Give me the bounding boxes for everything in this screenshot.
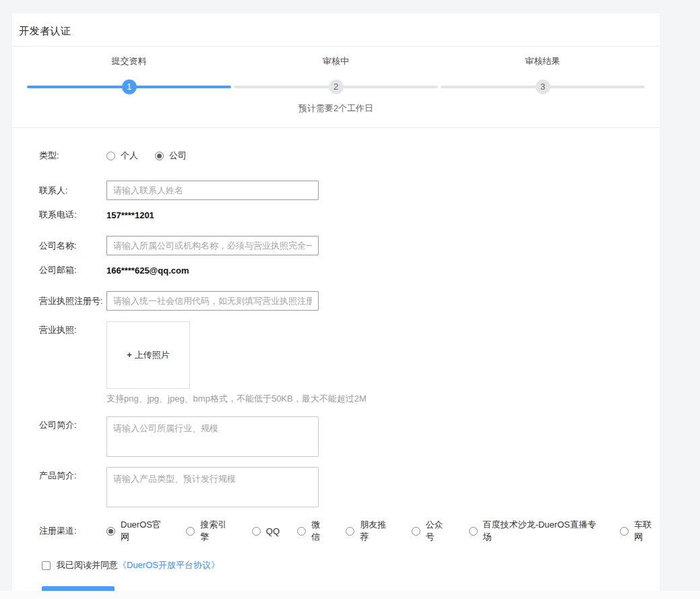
- form-row-company-intro: 公司简介:: [39, 416, 660, 457]
- radio-option[interactable]: 搜索引擎: [186, 519, 234, 543]
- company-name-input[interactable]: [106, 236, 319, 255]
- radio-icon[interactable]: [252, 527, 261, 536]
- radio-icon[interactable]: [346, 527, 354, 536]
- agreement-link[interactable]: 《DuerOS开放平台协议》: [118, 559, 220, 571]
- developer-verification-card: 开发者认证 提交资料1 审核中2预计需要2个工作日审核结果3 类型: 个人公司 …: [12, 13, 660, 592]
- product-intro-label: 产品简介:: [39, 467, 106, 482]
- phone-label: 联系电话:: [39, 209, 106, 221]
- type-label: 类型:: [39, 150, 106, 162]
- channel-label: 注册渠道:: [39, 525, 106, 537]
- radio-icon[interactable]: [106, 527, 115, 536]
- step-3: 审核结果3: [439, 46, 646, 115]
- company-email-value: 166****625@qq.com: [106, 265, 189, 276]
- product-intro-textarea[interactable]: [106, 467, 319, 507]
- radio-option[interactable]: 微信: [297, 519, 328, 543]
- license-no-input[interactable]: [106, 291, 319, 311]
- page-bottom-strip: [0, 591, 700, 599]
- form-row-product-intro: 产品简介:: [39, 467, 660, 507]
- radio-label: 微信: [311, 519, 328, 543]
- license-photo-label: 营业执照:: [39, 321, 106, 336]
- radio-option[interactable]: QQ: [252, 526, 280, 536]
- form-row-phone: 联系电话: 157****1201: [39, 209, 660, 221]
- agreement-row: 我已阅读并同意 《DuerOS开放平台协议》: [42, 559, 660, 571]
- radio-icon[interactable]: [106, 152, 115, 160]
- plus-icon: +: [127, 350, 132, 360]
- form-row-company-email: 公司邮箱: 166****625@qq.com: [39, 264, 660, 276]
- step-label: 审核结果: [439, 55, 646, 67]
- type-radio-group: 个人公司: [106, 150, 187, 162]
- phone-value: 157****1201: [106, 210, 154, 220]
- step-label: 提交资料: [26, 55, 232, 67]
- company-intro-label: 公司简介:: [39, 416, 106, 431]
- radio-option[interactable]: 公众号: [412, 519, 451, 543]
- license-upload-box[interactable]: +上传照片: [106, 321, 190, 389]
- company-intro-textarea[interactable]: [106, 416, 319, 457]
- radio-option[interactable]: 百度技术沙龙-DuerOS直播专场: [469, 519, 602, 543]
- form-row-license-photo: 营业执照: +上传照片 支持png、jpg、jpeg、bmp格式，不能低于50K…: [39, 321, 660, 405]
- company-email-label: 公司邮箱:: [39, 264, 106, 276]
- channel-radio-group: DuerOS官网搜索引擎QQ微信朋友推荐公众号百度技术沙龙-DuerOS直播专场…: [106, 519, 660, 543]
- company-name-label: 公司名称:: [39, 240, 106, 252]
- radio-label: 公众号: [426, 519, 451, 543]
- radio-icon[interactable]: [186, 527, 195, 536]
- radio-icon[interactable]: [469, 527, 478, 536]
- radio-label: DuerOS官网: [121, 519, 168, 543]
- radio-option[interactable]: 朋友推荐: [346, 519, 394, 543]
- contact-label: 联系人:: [39, 185, 106, 197]
- upload-hint: 支持png、jpg、jpeg、bmp格式，不能低于50KB，最大不能超过2M: [106, 393, 367, 405]
- page-title: 开发者认证: [19, 25, 653, 38]
- step-note: 预计需要2个工作日: [232, 102, 439, 115]
- form-row-company-name: 公司名称:: [39, 236, 660, 255]
- step-circle: 1: [122, 80, 137, 94]
- step-circle: 3: [536, 80, 550, 94]
- radio-icon[interactable]: [155, 152, 164, 160]
- form-row-license-no: 营业执照注册号:: [39, 291, 660, 311]
- radio-icon[interactable]: [297, 527, 306, 536]
- radio-label: QQ: [266, 526, 280, 536]
- form-row-channel: 注册渠道: DuerOS官网搜索引擎QQ微信朋友推荐公众号百度技术沙龙-Duer…: [39, 519, 660, 543]
- radio-label: 公司: [169, 150, 187, 162]
- upload-inner: +上传照片: [127, 349, 170, 361]
- agreement-text: 我已阅读并同意: [57, 559, 118, 571]
- radio-option[interactable]: 公司: [155, 150, 187, 162]
- step-1: 提交资料1: [26, 46, 232, 115]
- radio-label: 朋友推荐: [360, 519, 394, 543]
- step-circle: 2: [329, 80, 344, 94]
- radio-label: 百度技术沙龙-DuerOS直播专场: [483, 519, 602, 543]
- step-note: [439, 102, 646, 115]
- upload-label: 上传照片: [135, 350, 170, 360]
- progress-stepper: 提交资料1 审核中2预计需要2个工作日审核结果3: [26, 46, 646, 115]
- agreement-checkbox[interactable]: [42, 561, 51, 570]
- contact-input[interactable]: [106, 181, 319, 200]
- step-note: [26, 102, 232, 115]
- radio-icon[interactable]: [620, 527, 629, 536]
- radio-label: 搜索引擎: [200, 519, 234, 543]
- form-row-type: 类型: 个人公司: [39, 150, 660, 162]
- license-no-label: 营业执照注册号:: [39, 295, 106, 307]
- verification-form: 类型: 个人公司 联系人: 联系电话: 157****1201 公司名称: 公司…: [12, 128, 660, 599]
- card-header: 开发者认证: [12, 13, 660, 46]
- radio-option[interactable]: 个人: [106, 150, 138, 162]
- form-row-contact: 联系人:: [39, 181, 660, 200]
- radio-option[interactable]: 车联网: [620, 519, 660, 543]
- radio-icon[interactable]: [412, 527, 420, 536]
- step-label: 审核中: [232, 55, 439, 67]
- radio-option[interactable]: DuerOS官网: [106, 519, 168, 543]
- step-2: 审核中2预计需要2个工作日: [232, 46, 439, 115]
- radio-label: 个人: [121, 150, 138, 162]
- stepper-section: 提交资料1 审核中2预计需要2个工作日审核结果3: [12, 46, 660, 128]
- radio-label: 车联网: [634, 519, 660, 543]
